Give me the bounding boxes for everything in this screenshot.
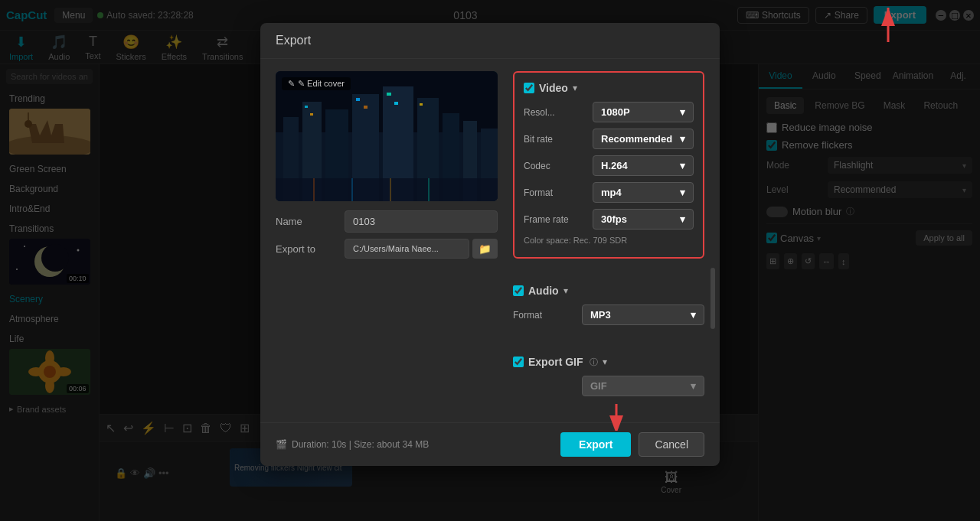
preview-image [276, 71, 498, 201]
info-icon2: ⓘ [590, 357, 598, 368]
bitrate-label: Bit rate [524, 134, 593, 145]
svg-rect-37 [394, 102, 398, 105]
gif-section: Export GIF ⓘ ▾ GIF ▾ [513, 348, 704, 410]
format-select[interactable]: mp4 ▾ [593, 182, 694, 203]
audio-section: Audio ▾ Format MP3 ▾ [513, 277, 704, 339]
export-to-row: Export to C:/Users/Maira Naee... 📁 [276, 239, 498, 259]
film-icon: 🎬 [276, 439, 287, 450]
gif-section-header: Export GIF ⓘ ▾ [513, 356, 704, 368]
format-label: Format [524, 187, 593, 198]
dialog-footer: 🎬 Duration: 10s | Size: about 34 MB Expo… [260, 422, 720, 466]
svg-rect-39 [276, 178, 498, 201]
framerate-value: 30fps [601, 213, 627, 225]
resolution-value: 1080P [601, 106, 630, 118]
svg-rect-33 [310, 113, 313, 116]
edit-cover-text: ✎ Edit cover [298, 79, 345, 89]
bitrate-select[interactable]: Recommended ▾ [593, 129, 694, 149]
bitrate-row: Bit rate Recommended ▾ [524, 129, 694, 149]
export-dialog: Export [260, 23, 720, 466]
audio-format-select[interactable]: MP3 ▾ [582, 304, 704, 325]
edit-cover-label[interactable]: ✎ ✎ Edit cover [282, 77, 351, 90]
chevron-down-icon12: ▾ [603, 357, 607, 367]
bitrate-value: Recommended [601, 133, 672, 145]
gif-format-row: GIF ▾ [513, 376, 704, 396]
dialog-left: ✎ ✎ Edit cover Name Export to C:/Users/M… [276, 71, 498, 410]
svg-rect-38 [420, 103, 423, 106]
resolution-select[interactable]: 1080P ▾ [593, 102, 694, 122]
audio-section-title: Audio [528, 285, 559, 297]
export-to-label: Export to [276, 243, 337, 255]
gif-section-title: Export GIF [528, 356, 583, 368]
name-label: Name [276, 216, 337, 227]
duration-size-text: Duration: 10s | Size: about 34 MB [292, 439, 429, 450]
chevron-down-icon11: ▾ [691, 309, 696, 321]
export-path-container: C:/Users/Maira Naee... 📁 [345, 239, 498, 259]
gif-format-select[interactable]: GIF ▾ [582, 376, 704, 396]
audio-format-row: Format MP3 ▾ [513, 304, 704, 325]
video-section-title: Video [539, 82, 568, 94]
framerate-row: Frame rate 30fps ▾ [524, 209, 694, 230]
cancel-button[interactable]: Cancel [639, 432, 704, 457]
resolution-row: Resol... 1080P ▾ [524, 102, 694, 122]
chevron-down-icon7: ▾ [680, 160, 685, 171]
chevron-down-icon13: ▾ [691, 380, 696, 392]
audio-format-label: Format [513, 310, 582, 321]
svg-rect-36 [387, 93, 391, 96]
dialog-right: Video ▾ Resol... 1080P ▾ Bit rate Recom [513, 71, 704, 410]
dialog-title: Export [260, 23, 720, 59]
video-preview[interactable]: ✎ ✎ Edit cover [276, 71, 498, 201]
video-section-checkbox[interactable] [524, 83, 534, 93]
chevron-down-icon8: ▾ [680, 187, 685, 198]
svg-rect-34 [356, 98, 360, 101]
colorspace-label: Color space: Rec. 709 SDR [524, 236, 694, 245]
framerate-label: Frame rate [524, 214, 593, 225]
dialog-body: ✎ ✎ Edit cover Name Export to C:/Users/M… [260, 59, 720, 422]
svg-rect-35 [364, 106, 368, 109]
audio-section-checkbox[interactable] [513, 285, 524, 296]
framerate-select[interactable]: 30fps ▾ [593, 209, 694, 230]
name-input[interactable] [345, 210, 498, 233]
name-row: Name [276, 210, 498, 233]
export-path[interactable]: C:/Users/Maira Naee... [345, 239, 469, 259]
chevron-down-icon6: ▾ [680, 133, 685, 145]
gif-section-checkbox[interactable] [513, 357, 524, 367]
video-section-header: Video ▾ [524, 82, 694, 94]
codec-value: H.264 [601, 160, 628, 171]
chevron-down-icon5: ▾ [680, 106, 685, 118]
format-value: mp4 [601, 187, 622, 198]
gif-format-value: GIF [590, 380, 607, 392]
folder-button[interactable]: 📁 [472, 239, 498, 259]
pencil-icon: ✎ [288, 79, 295, 89]
export-button[interactable]: Export [560, 432, 631, 457]
codec-select[interactable]: H.264 ▾ [593, 155, 694, 176]
format-row: Format mp4 ▾ [524, 182, 694, 203]
footer-buttons: Export Cancel [560, 432, 704, 457]
audio-section-header: Audio ▾ [513, 285, 704, 297]
video-section: Video ▾ Resol... 1080P ▾ Bit rate Recom [513, 71, 704, 259]
svg-rect-32 [305, 106, 308, 108]
resolution-label: Resol... [524, 107, 593, 118]
chevron-down-icon10: ▾ [564, 285, 568, 296]
chevron-down-icon9: ▾ [680, 213, 685, 225]
codec-row: Codec H.264 ▾ [524, 155, 694, 176]
audio-format-value: MP3 [590, 309, 611, 321]
scrollbar[interactable] [710, 268, 715, 329]
codec-label: Codec [524, 161, 593, 171]
chevron-down-icon4: ▾ [573, 83, 577, 93]
footer-info: 🎬 Duration: 10s | Size: about 34 MB [276, 439, 429, 450]
dialog-overlay: Export [0, 0, 980, 521]
